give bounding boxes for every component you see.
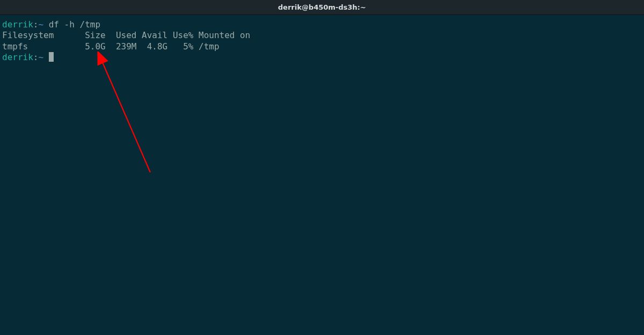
output-header: Filesystem Size Used Avail Use% Mounted … bbox=[2, 30, 642, 41]
terminal-viewport[interactable]: derrik:~ df -h /tmp Filesystem Size Used… bbox=[0, 15, 644, 335]
command-line-1: derrik:~ df -h /tmp bbox=[2, 19, 642, 30]
prompt-separator: : bbox=[33, 19, 39, 30]
prompt-user: derrik bbox=[2, 52, 33, 62]
prompt-path: ~ bbox=[38, 19, 43, 30]
window-titlebar: derrik@b450m-ds3h:~ bbox=[0, 0, 644, 15]
annotation-arrow-icon bbox=[89, 52, 158, 180]
cursor bbox=[49, 52, 54, 62]
window-title: derrik@b450m-ds3h:~ bbox=[278, 3, 366, 11]
prompt-separator: : bbox=[33, 52, 39, 62]
command-line-2[interactable]: derrik:~ bbox=[2, 52, 642, 63]
prompt-path: ~ bbox=[38, 52, 43, 62]
svg-line-1 bbox=[102, 61, 150, 172]
prompt-symbol bbox=[43, 52, 49, 62]
prompt-symbol bbox=[43, 19, 49, 30]
output-row: tmpfs 5.0G 239M 4.8G 5% /tmp bbox=[2, 41, 642, 52]
command-text: df -h /tmp bbox=[49, 19, 100, 30]
prompt-user: derrik bbox=[2, 19, 33, 30]
